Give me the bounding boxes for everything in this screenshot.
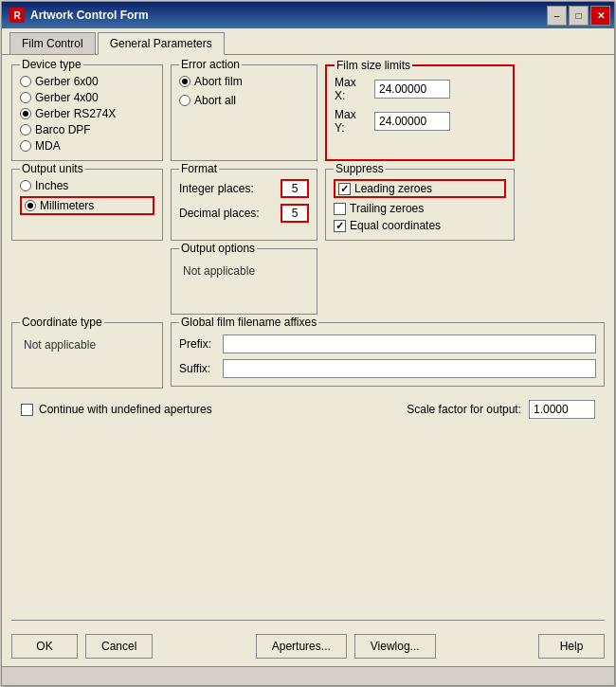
output-units-options: Inches Millimeters (20, 179, 154, 215)
radio-millimeters[interactable] (25, 200, 36, 211)
global-filename-group: Global film filename affixes Prefix: Suf… (171, 322, 605, 387)
suppress-equal-coords[interactable]: Equal coordinates (334, 219, 506, 232)
tab-film-control[interactable]: Film Control (9, 32, 96, 54)
device-gerber4x00[interactable]: Gerber 4x00 (20, 91, 154, 104)
radio-gerber6x00[interactable] (20, 76, 31, 87)
device-barcodpf[interactable]: Barco DPF (20, 123, 154, 136)
suppress-options: Leading zeroes Trailing zeroes Equal coo… (334, 179, 506, 232)
integer-places-input[interactable] (281, 179, 309, 198)
units-inches[interactable]: Inches (20, 179, 154, 192)
radio-abort-film[interactable] (179, 76, 190, 87)
checkbox-trailing-zeroes[interactable] (334, 203, 346, 215)
label-gerbers274x: Gerber RS274X (35, 107, 116, 120)
label-gerber4x00: Gerber 4x00 (35, 91, 99, 104)
prefix-row: Prefix: (179, 334, 596, 353)
minimize-button[interactable]: – (547, 6, 567, 26)
apertures-button[interactable]: Apertures... (256, 634, 347, 659)
app-icon: R (9, 8, 25, 23)
error-abort-all[interactable]: Abort all (179, 94, 309, 107)
format-label: Format (179, 162, 219, 175)
radio-gerber4x00[interactable] (20, 92, 31, 103)
ok-button[interactable]: OK (11, 634, 78, 659)
main-window: R Artwork Control Form – □ ✕ Film Contro… (1, 1, 615, 686)
scale-input[interactable] (529, 400, 595, 419)
suppress-label: Suppress (334, 162, 386, 175)
maximize-button[interactable]: □ (569, 6, 589, 26)
row4: Coordinate type Not applicable Global fi… (11, 322, 605, 389)
device-gerbers274x[interactable]: Gerber RS274X (20, 107, 154, 120)
continue-checkbox-row: Continue with undefined apertures (21, 403, 212, 416)
device-type-label: Device type (20, 58, 83, 71)
coordinate-type-content: Not applicable (20, 334, 154, 355)
cancel-button[interactable]: Cancel (85, 634, 153, 659)
main-content: Device type Gerber 6x00 Gerber 4x00 G (2, 55, 614, 614)
decimal-places-input[interactable] (281, 204, 309, 223)
bottom-options-row: Continue with undefined apertures Scale … (11, 400, 605, 419)
units-millimeters[interactable]: Millimeters (20, 196, 154, 215)
continue-checkbox[interactable] (21, 404, 33, 416)
label-barcodpf: Barco DPF (35, 123, 91, 136)
window-title: Artwork Control Form (30, 9, 149, 22)
film-size-group: Film size limits Max X: Max Y: (325, 64, 515, 161)
title-bar-left: R Artwork Control Form (9, 8, 149, 23)
label-inches: Inches (35, 179, 68, 192)
checkbox-leading-zeroes[interactable] (338, 183, 351, 195)
maxy-label: Max Y: (335, 108, 369, 135)
row1: Device type Gerber 6x00 Gerber 4x00 G (11, 64, 605, 161)
tab-content: Device type Gerber 6x00 Gerber 4x00 G (2, 54, 614, 685)
suppress-group: Suppress Leading zeroes Trailing zeroes (325, 169, 515, 241)
device-type-options: Gerber 6x00 Gerber 4x00 Gerber RS274X (20, 75, 154, 153)
radio-inches[interactable] (20, 180, 31, 191)
format-options: Integer places: Decimal places: (179, 179, 309, 223)
film-size-maxy-row: Max Y: (335, 108, 505, 135)
tab-general-parameters[interactable]: General Parameters (98, 32, 225, 55)
film-size-options: Max X: Max Y: (335, 76, 505, 135)
title-bar: R Artwork Control Form – □ ✕ (2, 2, 614, 28)
maxx-input[interactable] (374, 80, 450, 99)
format-group: Format Integer places: Decimal places: (171, 169, 317, 241)
format-integer-row: Integer places: (179, 179, 309, 198)
suffix-input[interactable] (223, 359, 596, 378)
status-bar (2, 666, 614, 685)
output-options-label: Output options (179, 242, 257, 255)
output-options-group: Output options Not applicable (171, 248, 317, 315)
error-abort-film[interactable]: Abort film (179, 75, 309, 88)
error-action-options: Abort film Abort all (179, 75, 309, 107)
tab-bar: Film Control General Parameters (2, 28, 614, 54)
film-size-label: Film size limits (335, 59, 412, 72)
viewlog-button[interactable]: Viewlog... (354, 634, 436, 659)
radio-mda[interactable] (20, 140, 31, 152)
prefix-input[interactable] (223, 334, 596, 353)
format-decimal-row: Decimal places: (179, 204, 309, 223)
suppress-leading-zeroes[interactable]: Leading zeroes (334, 179, 506, 198)
global-filename-label: Global film filename affixes (179, 316, 318, 329)
integer-places-label: Integer places: (179, 182, 275, 195)
close-button[interactable]: ✕ (590, 6, 610, 26)
device-type-group: Device type Gerber 6x00 Gerber 4x00 G (11, 64, 163, 161)
help-button[interactable]: Help (538, 634, 605, 659)
row3: Output options Not applicable (11, 248, 605, 315)
decimal-places-label: Decimal places: (179, 207, 275, 220)
coordinate-type-group: Coordinate type Not applicable (11, 322, 163, 389)
label-gerber6x00: Gerber 6x00 (35, 75, 99, 88)
label-leading-zeroes: Leading zeroes (354, 182, 432, 195)
separator (11, 620, 605, 621)
label-mda: MDA (35, 139, 61, 153)
radio-gerbers274x[interactable] (20, 108, 31, 119)
label-equal-coords: Equal coordinates (350, 219, 441, 232)
film-size-maxx-row: Max X: (335, 76, 505, 102)
checkbox-equal-coords[interactable] (334, 220, 346, 232)
scale-label: Scale factor for output: (407, 403, 521, 416)
radio-barcodpf[interactable] (20, 124, 31, 136)
label-abort-film: Abort film (194, 75, 243, 88)
suffix-label: Suffix: (179, 362, 217, 375)
continue-label: Continue with undefined apertures (39, 403, 212, 416)
label-millimeters: Millimeters (40, 199, 94, 212)
device-gerber6x00[interactable]: Gerber 6x00 (20, 75, 154, 88)
maxy-input[interactable] (374, 112, 450, 131)
device-mda[interactable]: MDA (20, 139, 154, 153)
title-buttons: – □ ✕ (547, 6, 610, 26)
row2: Output units Inches Millimeters (11, 169, 605, 241)
radio-abort-all[interactable] (179, 95, 190, 106)
suppress-trailing-zeroes[interactable]: Trailing zeroes (334, 202, 506, 215)
